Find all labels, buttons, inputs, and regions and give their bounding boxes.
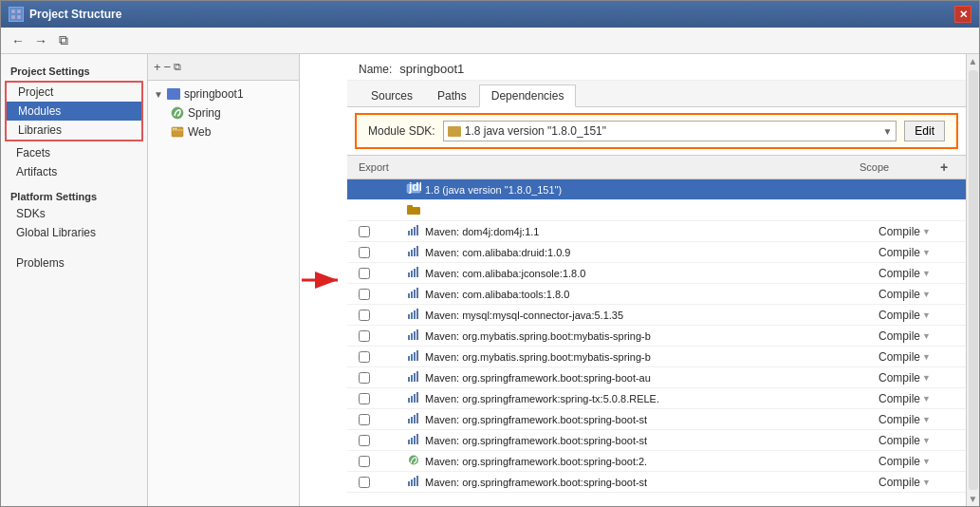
dep-checkbox-7[interactable] <box>359 330 406 342</box>
red-arrow-container <box>300 54 347 506</box>
dep-scope-arrow-14[interactable]: ▼ <box>922 478 931 487</box>
svg-rect-3 <box>17 15 21 19</box>
scroll-down-button[interactable]: ▼ <box>969 494 978 504</box>
tree-add-button[interactable]: + <box>154 60 161 74</box>
dep-scope-arrow-8[interactable]: ▼ <box>922 352 931 362</box>
dep-scope-8[interactable]: Compile▼ <box>878 350 954 364</box>
dep-scope-4[interactable]: Compile▼ <box>878 267 954 280</box>
dep-row-14[interactable]: Maven: org.springframework.boot:spring-b… <box>347 472 966 493</box>
dep-name-7: Maven: org.mybatis.spring.boot:mybatis-s… <box>425 330 878 342</box>
back-button[interactable]: ← <box>9 31 28 50</box>
sdk-edit-button[interactable]: Edit <box>904 121 945 141</box>
svg-rect-36 <box>414 331 416 340</box>
dep-icon-14 <box>406 475 421 490</box>
dep-scope-arrow-9[interactable]: ▼ <box>922 373 931 383</box>
svg-rect-43 <box>411 375 413 382</box>
dep-checkbox-8[interactable] <box>359 351 406 363</box>
dep-row-9[interactable]: Maven: org.springframework.boot:spring-b… <box>347 367 966 388</box>
svg-rect-59 <box>408 481 410 486</box>
sidebar-item-facets[interactable]: Facets <box>1 143 147 162</box>
tree-copy-button[interactable]: ⧉ <box>174 61 181 73</box>
dep-checkbox-5[interactable] <box>359 289 406 300</box>
sidebar-item-artifacts[interactable]: Artifacts <box>1 162 147 181</box>
dep-scope-value-9: Compile <box>878 371 920 385</box>
dep-scope-9[interactable]: Compile▼ <box>878 371 954 385</box>
dep-checkbox-3[interactable] <box>359 247 406 258</box>
sidebar-item-sdks[interactable]: SDKs <box>1 204 147 223</box>
dep-scope-arrow-10[interactable]: ▼ <box>922 394 931 404</box>
dep-scope-arrow-7[interactable]: ▼ <box>922 331 931 341</box>
dep-scope-arrow-13[interactable]: ▼ <box>922 457 931 466</box>
svg-text:jdk: jdk <box>408 182 421 194</box>
forward-button[interactable]: → <box>31 31 50 50</box>
dep-checkbox-14[interactable] <box>359 477 406 488</box>
sdk-select-dropdown[interactable]: 1.8 java version "1.8.0_151" ▼ <box>443 121 897 141</box>
tree-remove-button[interactable]: − <box>164 60 172 74</box>
dep-row-4[interactable]: Maven: com.alibaba:jconsole:1.8.0 Compil… <box>347 263 966 284</box>
dep-scope-10[interactable]: Compile▼ <box>878 392 954 405</box>
dep-scope-value-14: Compile <box>878 476 920 489</box>
sdk-dropdown-arrow: ▼ <box>882 126 892 137</box>
sidebar-item-problems[interactable]: Problems <box>1 254 147 272</box>
sidebar-item-project[interactable]: Project <box>7 83 141 102</box>
scroll-up-button[interactable]: ▲ <box>969 56 978 66</box>
dep-row-13[interactable]: Maven: org.springframework.boot:spring-b… <box>347 451 966 472</box>
tab-sources[interactable]: Sources <box>359 84 425 106</box>
dep-scope-arrow-11[interactable]: ▼ <box>922 415 931 424</box>
dep-checkbox-11[interactable] <box>359 414 406 425</box>
tab-paths[interactable]: Paths <box>425 84 479 106</box>
dep-checkbox-2[interactable] <box>359 226 406 237</box>
sidebar-item-global-libraries[interactable]: Global Libraries <box>1 223 147 242</box>
dep-row-8[interactable]: Maven: org.mybatis.spring.boot:mybatis-s… <box>347 347 966 367</box>
dep-row-3[interactable]: Maven: com.alibaba:druid:1.0.9 Compile▼ <box>347 242 966 263</box>
dep-scope-arrow-12[interactable]: ▼ <box>922 436 931 445</box>
svg-rect-27 <box>411 291 413 298</box>
dep-scope-arrow-5[interactable]: ▼ <box>922 290 931 299</box>
dep-row-5[interactable]: Maven: com.alibaba:tools:1.8.0 Compile▼ <box>347 284 966 305</box>
dep-scope-12[interactable]: Compile▼ <box>878 434 954 447</box>
dep-scope-5[interactable]: Compile▼ <box>878 288 954 301</box>
dep-checkbox-12[interactable] <box>359 435 406 446</box>
dep-row-1[interactable] <box>347 200 966 221</box>
dep-scope-13[interactable]: Compile▼ <box>878 455 954 468</box>
dep-scope-arrow-3[interactable]: ▼ <box>922 248 931 257</box>
dep-icon-7 <box>406 329 421 344</box>
copy-button[interactable]: ⧉ <box>54 31 73 50</box>
dep-scope-arrow-2[interactable]: ▼ <box>922 227 931 236</box>
svg-rect-60 <box>411 479 413 486</box>
tree-web-item[interactable]: Web <box>148 122 299 141</box>
dep-checkbox-10[interactable] <box>359 393 406 404</box>
sidebar-item-modules[interactable]: Modules <box>7 102 141 121</box>
dep-scope-14[interactable]: Compile▼ <box>878 476 954 489</box>
close-button[interactable]: ✕ <box>954 6 971 23</box>
sidebar-item-libraries[interactable]: Libraries <box>7 121 141 140</box>
dep-checkbox-13[interactable] <box>359 456 406 467</box>
dep-scope-3[interactable]: Compile▼ <box>878 246 954 259</box>
tree-spring-item[interactable]: Spring <box>148 103 299 122</box>
dep-scope-arrow-4[interactable]: ▼ <box>922 269 931 278</box>
add-dependency-button[interactable]: + <box>935 159 952 176</box>
dep-scope-arrow-6[interactable]: ▼ <box>922 310 931 320</box>
dep-row-2[interactable]: Maven: dom4j:dom4j:1.1 Compile▼ <box>347 221 966 242</box>
dep-row-7[interactable]: Maven: org.mybatis.spring.boot:mybatis-s… <box>347 326 966 347</box>
dep-scope-value-2: Compile <box>878 225 920 238</box>
scrollbar[interactable]: ▲ ▼ <box>966 54 979 506</box>
dep-checkbox-6[interactable] <box>359 310 406 321</box>
tree-root-item[interactable]: ▼ springboot1 <box>148 84 299 103</box>
dep-checkbox-4[interactable] <box>359 268 406 279</box>
svg-rect-46 <box>408 398 410 403</box>
content-area: Project Settings Project Modules Librari… <box>1 54 979 506</box>
dep-scope-7[interactable]: Compile▼ <box>878 329 954 343</box>
dep-checkbox-9[interactable] <box>359 372 406 384</box>
dep-row-6[interactable]: Maven: mysql:mysql-connector-java:5.1.35… <box>347 305 966 326</box>
scroll-thumb[interactable] <box>969 70 978 490</box>
tab-dependencies[interactable]: Dependencies <box>479 84 577 107</box>
dep-row-10[interactable]: Maven: org.springframework:spring-tx:5.0… <box>347 388 966 409</box>
dep-scope-2[interactable]: Compile▼ <box>878 225 954 238</box>
dep-row-12[interactable]: Maven: org.springframework.boot:spring-b… <box>347 430 966 451</box>
dep-scope-11[interactable]: Compile▼ <box>878 413 954 426</box>
dep-row-11[interactable]: Maven: org.springframework.boot:spring-b… <box>347 409 966 430</box>
col-scope-header: Scope <box>860 161 935 173</box>
dep-scope-6[interactable]: Compile▼ <box>878 309 954 322</box>
dep-row-0[interactable]: jdk 1.8 (java version "1.8.0_151") <box>347 179 966 200</box>
